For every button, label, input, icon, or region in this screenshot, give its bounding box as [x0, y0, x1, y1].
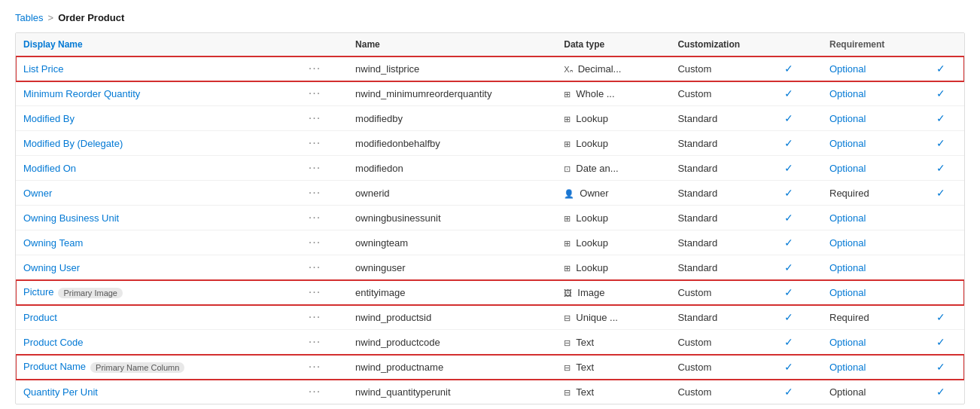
- type-cell: ⊟ Text: [556, 330, 670, 355]
- row-more-options[interactable]: ···: [282, 106, 348, 131]
- row-more-options[interactable]: ···: [282, 255, 348, 280]
- table-row[interactable]: Owning Business Unit···owningbusinessuni…: [16, 206, 964, 230]
- check2-cell: ✓: [917, 81, 964, 106]
- display-name-text[interactable]: Owning User: [23, 262, 80, 273]
- table-row[interactable]: Modified On···modifiedon⊡ Date an...Stan…: [16, 156, 964, 181]
- row-more-options[interactable]: ···: [282, 280, 348, 305]
- table-row[interactable]: Product···nwind_productsid⊟ Unique ...St…: [16, 305, 964, 330]
- row-more-options[interactable]: ···: [282, 330, 348, 355]
- requirement-text: Optional: [829, 362, 866, 373]
- dots-icon[interactable]: ···: [309, 310, 321, 323]
- check2-cell: [917, 280, 964, 305]
- searchable-check-icon: ✓: [784, 112, 793, 124]
- display-name-text[interactable]: Product Name: [23, 361, 86, 372]
- searchable-check-icon: ✓: [784, 87, 793, 99]
- dots-icon[interactable]: ···: [309, 111, 321, 124]
- row-more-options[interactable]: ···: [282, 81, 348, 106]
- row-more-options[interactable]: ···: [282, 305, 348, 330]
- customization-cell: Standard: [670, 181, 755, 206]
- display-name-text[interactable]: Quantity Per Unit: [23, 386, 98, 398]
- table-row[interactable]: Modified By (Delegate)···modifiedonbehal…: [16, 131, 964, 156]
- requirement-cell: Optional: [822, 230, 917, 255]
- table-row[interactable]: Minimum Reorder Quantity···nwind_minimum…: [16, 81, 964, 106]
- dots-icon[interactable]: ···: [309, 335, 321, 348]
- breadcrumb-tables-link[interactable]: Tables: [15, 12, 44, 23]
- display-name-text[interactable]: Owning Team: [23, 237, 83, 249]
- row-more-options[interactable]: ···: [282, 181, 348, 206]
- display-name-text[interactable]: Modified By: [23, 113, 75, 124]
- row-more-options[interactable]: ···: [282, 230, 348, 255]
- type-cell: ⊟ Unique ...: [556, 305, 670, 330]
- dots-icon[interactable]: ···: [309, 161, 321, 174]
- row-more-options[interactable]: ···: [282, 156, 348, 181]
- display-name-text[interactable]: Product: [23, 312, 57, 323]
- display-name-text[interactable]: Modified By (Delegate): [23, 138, 123, 149]
- display-name-text[interactable]: Picture: [23, 286, 53, 298]
- type-cell: 👤 Owner: [556, 181, 670, 206]
- dots-icon[interactable]: ···: [309, 236, 321, 249]
- table-row[interactable]: Owning Team···owningteam⊞ LookupStandard…: [16, 230, 964, 255]
- row-more-options[interactable]: ···: [282, 56, 348, 81]
- searchable-check-icon: ✓: [784, 63, 793, 75]
- requirement-text: Required: [829, 188, 869, 199]
- dots-icon[interactable]: ···: [309, 385, 321, 398]
- check2-icon: ✓: [936, 137, 945, 149]
- table-row[interactable]: Modified By···modifiedby⊞ LookupStandard…: [16, 106, 964, 131]
- row-more-options[interactable]: ···: [282, 206, 348, 230]
- requirement-cell: Optional: [822, 56, 917, 81]
- searchable-cell: ✓: [756, 380, 822, 404]
- searchable-check-icon: ✓: [784, 311, 793, 323]
- table-row[interactable]: Product Code···nwind_productcode⊟ TextCu…: [16, 330, 964, 355]
- table-row[interactable]: Quantity Per Unit···nwind_quantityperuni…: [16, 380, 964, 404]
- columns-table-wrapper: Display Name Name Data type Customizatio…: [15, 32, 965, 404]
- table-row[interactable]: Owning User···owninguser⊞ LookupStandard…: [16, 255, 964, 280]
- type-cell: ⊞ Lookup: [556, 131, 670, 156]
- display-name-text[interactable]: List Price: [23, 63, 63, 75]
- check2-cell: ✓: [917, 106, 964, 131]
- dots-icon[interactable]: ···: [309, 261, 321, 273]
- table-row[interactable]: Product NamePrimary Name Column···nwind_…: [16, 355, 964, 380]
- row-more-options[interactable]: ···: [282, 131, 348, 156]
- searchable-cell: ✓: [756, 330, 822, 355]
- dots-icon[interactable]: ···: [309, 87, 321, 99]
- table-row[interactable]: PicturePrimary Image···entityimage🖼 Imag…: [16, 280, 964, 305]
- type-icon: ⊞: [564, 239, 573, 248]
- check2-icon: ✓: [936, 336, 945, 348]
- display-name-text[interactable]: Owner: [23, 188, 52, 199]
- searchable-check-icon: ✓: [784, 386, 793, 398]
- dots-icon[interactable]: ···: [309, 211, 321, 224]
- type-cell: ⊞ Lookup: [556, 230, 670, 255]
- row-more-options[interactable]: ···: [282, 355, 348, 380]
- check2-cell: ✓: [917, 380, 964, 404]
- dots-icon[interactable]: ···: [309, 186, 321, 199]
- dots-icon[interactable]: ···: [309, 285, 321, 298]
- display-name-text[interactable]: Owning Business Unit: [23, 212, 119, 224]
- breadcrumb-current: Order Product: [58, 12, 124, 23]
- col-header-display-name: Display Name: [16, 33, 282, 56]
- customization-cell: Standard: [670, 156, 755, 181]
- table-row[interactable]: Owner···ownerid👤 OwnerStandard✓Required✓: [16, 181, 964, 206]
- type-icon: ⊟: [564, 363, 573, 372]
- dots-icon[interactable]: ···: [309, 136, 321, 149]
- display-name-text[interactable]: Product Code: [23, 337, 84, 348]
- requirement-cell: Optional: [822, 280, 917, 305]
- type-icon: ⊡: [564, 164, 573, 173]
- row-more-options[interactable]: ···: [282, 380, 348, 404]
- dots-icon[interactable]: ···: [309, 62, 321, 75]
- table-row[interactable]: List Price···nwind_listpriceXₙ Decimal..…: [16, 56, 964, 81]
- searchable-cell: ✓: [756, 206, 822, 230]
- searchable-check-icon: ✓: [784, 361, 793, 373]
- type-cell: ⊟ Text: [556, 355, 670, 380]
- requirement-text: Optional: [829, 138, 866, 149]
- check2-icon: ✓: [936, 187, 945, 199]
- type-cell: Xₙ Decimal...: [556, 56, 670, 81]
- searchable-check-icon: ✓: [784, 261, 793, 273]
- display-name-text[interactable]: Modified On: [23, 163, 76, 174]
- columns-table: Display Name Name Data type Customizatio…: [16, 33, 964, 404]
- requirement-text: Optional: [829, 386, 866, 398]
- dots-icon[interactable]: ···: [309, 360, 321, 373]
- requirement-cell: Optional: [822, 106, 917, 131]
- searchable-cell: ✓: [756, 230, 822, 255]
- requirement-cell: Optional: [822, 255, 917, 280]
- display-name-text[interactable]: Minimum Reorder Quantity: [23, 88, 140, 99]
